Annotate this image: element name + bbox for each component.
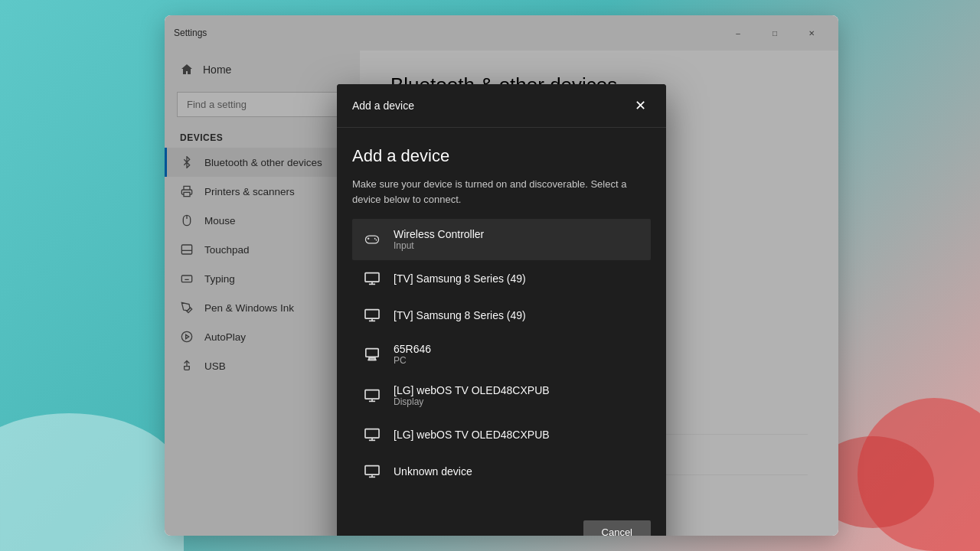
svg-rect-29: [365, 429, 379, 438]
modal-close-button[interactable]: ✕: [629, 95, 651, 116]
modal-subtitle: Make sure your device is turned on and d…: [352, 177, 651, 207]
device-name: [LG] webOS TV OLED48CXPUB: [394, 384, 640, 396]
device-name: [TV] Samsung 8 Series (49): [394, 309, 640, 321]
modal-heading: Add a device: [352, 146, 651, 166]
svg-rect-20: [365, 310, 379, 318]
device-name: Wireless Controller: [394, 228, 640, 240]
list-item[interactable]: [TV] Samsung 8 Series (49): [352, 297, 651, 334]
device-name: [TV] Samsung 8 Series (49): [394, 272, 640, 285]
device-name: Unknown device: [394, 465, 640, 478]
unknown-device-icon: [363, 462, 381, 481]
modal-header-title: Add a device: [352, 99, 414, 112]
list-item[interactable]: Unknown device: [352, 453, 651, 490]
svg-point-15: [374, 238, 376, 240]
tv-monitor-icon: [363, 425, 381, 444]
svg-rect-17: [365, 273, 379, 282]
device-name: [LG] webOS TV OLED48CXPUB: [394, 429, 640, 441]
modal-footer: Cancel: [337, 508, 666, 536]
modal-header: Add a device ✕: [337, 84, 666, 128]
tv-monitor-icon: [363, 306, 381, 324]
svg-point-16: [376, 240, 377, 241]
device-type: PC: [394, 355, 640, 366]
list-item[interactable]: [TV] Samsung 8 Series (49): [352, 260, 651, 297]
settings-window: Settings – □ ✕ Home Devices: [165, 15, 838, 536]
modal-overlay: Add a device ✕ Add a device Make sure yo…: [165, 15, 838, 536]
svg-rect-23: [366, 349, 378, 357]
device-list: Wireless Controller Input: [352, 219, 651, 490]
cancel-button[interactable]: Cancel: [583, 520, 651, 536]
add-device-modal: Add a device ✕ Add a device Make sure yo…: [337, 84, 666, 536]
svg-rect-26: [365, 390, 379, 399]
pc-icon: [363, 345, 381, 364]
list-item[interactable]: Wireless Controller Input: [352, 219, 651, 260]
device-name: 65R646: [394, 343, 640, 355]
tv-monitor-icon: [363, 386, 381, 405]
list-item[interactable]: [LG] webOS TV OLED48CXPUB Display: [352, 375, 651, 416]
controller-icon: [363, 230, 381, 249]
device-type: Display: [394, 396, 640, 407]
tv-monitor-icon: [363, 269, 381, 288]
device-type: Input: [394, 240, 640, 251]
list-item[interactable]: [LG] webOS TV OLED48CXPUB: [352, 416, 651, 453]
list-item[interactable]: 65R646 PC: [352, 334, 651, 375]
modal-body: Add a device Make sure your device is tu…: [337, 128, 666, 508]
svg-rect-32: [365, 466, 379, 474]
